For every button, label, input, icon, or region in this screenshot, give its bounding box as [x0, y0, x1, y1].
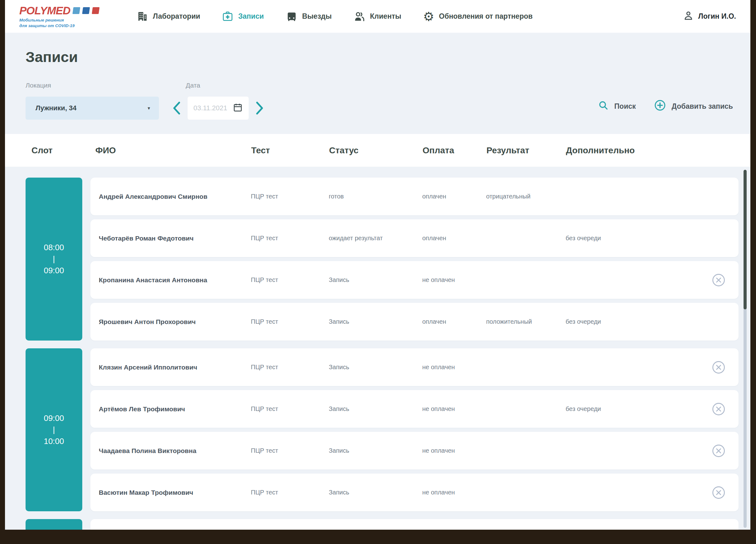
user-menu[interactable]: Логин И.О. — [683, 10, 736, 23]
cancel-appointment-button[interactable] — [709, 483, 728, 502]
nav-label: Лаборатории — [153, 12, 200, 21]
date-label: Дата — [173, 82, 264, 89]
nav-label: Выезды — [302, 12, 332, 21]
nav-label: Записи — [238, 12, 264, 21]
row-actions-cell — [709, 271, 734, 289]
patient-name-cell: Андрей Александрович Смирнов — [99, 193, 251, 200]
brand-name: POLYMED — [19, 4, 70, 17]
date-input[interactable]: 03.11.2021 — [188, 97, 249, 120]
test-cell: ПЦР тест — [251, 193, 329, 200]
search-label: Поиск — [614, 102, 636, 111]
column-header-extra: Дополнительно — [566, 146, 750, 155]
scrollbar-track[interactable] — [744, 170, 747, 528]
slot-group: 09:00 | 10:00Клязин Арсений ИпполитовичП… — [26, 348, 739, 511]
result-cell: отрицательный — [486, 193, 566, 200]
nav-label: Обновления от партнеров — [439, 12, 533, 21]
appointment-row[interactable]: Чаадаева Полина ВикторовнаПЦР тестЗапись… — [90, 432, 739, 470]
chevron-down-icon: ▼ — [147, 106, 151, 111]
nav-item-clients[interactable]: Клиенты — [353, 11, 401, 22]
location-select[interactable]: Лужники, 34 ▼ — [26, 97, 159, 120]
status-cell: Запись — [329, 447, 422, 454]
appointment-row[interactable] — [90, 519, 739, 530]
add-record-label: Добавить запись — [672, 102, 733, 111]
row-actions-cell — [709, 441, 734, 460]
column-header-slot: Слот — [31, 146, 95, 155]
next-day-button[interactable] — [256, 102, 264, 115]
logo-square-red — [92, 7, 100, 14]
search-button[interactable]: Поиск — [598, 100, 636, 113]
column-header-name: ФИО — [95, 146, 251, 155]
nav-item-partner-updates[interactable]: ⚙ Обновления от партнеров — [423, 10, 533, 23]
first-aid-kit-icon — [222, 11, 233, 22]
appointment-row[interactable]: Артёмов Лев ТрофимовичПЦР тестЗаписьне о… — [90, 390, 739, 428]
calendar-icon[interactable] — [233, 103, 243, 114]
cancel-appointment-button[interactable] — [709, 358, 728, 377]
brand-logo: POLYMED Мобильные решения для защиты от … — [19, 4, 99, 28]
nav-item-visits[interactable]: Выезды — [286, 11, 332, 22]
test-cell: ПЦР тест — [251, 405, 329, 413]
slot-rows: Клязин Арсений ИпполитовичПЦР тестЗапись… — [90, 348, 739, 511]
slot-group: 08:00 | 09:00Андрей Александрович Смирно… — [26, 178, 739, 341]
appointment-row[interactable]: Андрей Александрович СмирновПЦР тестгото… — [90, 178, 739, 215]
location-value: Лужники, 34 — [36, 104, 147, 112]
status-cell: Запись — [329, 489, 422, 496]
patient-name-cell: Кропанина Анастасия Антоновна — [99, 276, 251, 284]
person-icon — [683, 10, 694, 23]
circle-x-icon — [712, 486, 725, 499]
cancel-appointment-button[interactable] — [709, 441, 728, 460]
top-bar: POLYMED Мобильные решения для защиты от … — [5, 0, 750, 33]
patient-name-cell: Чеботарёв Роман Федотович — [99, 235, 251, 242]
car-icon — [286, 11, 298, 22]
extra-cell: без очереди — [566, 235, 709, 242]
column-header-payment: Оплата — [423, 146, 486, 155]
column-header-status: Статус — [329, 146, 423, 155]
user-name: Логин И.О. — [698, 12, 736, 21]
appointment-row[interactable]: Чеботарёв Роман ФедотовичПЦР тестожидает… — [90, 219, 739, 257]
app-window: POLYMED Мобильные решения для защиты от … — [5, 0, 750, 530]
building-icon — [136, 11, 148, 22]
payment-cell: оплачен — [422, 235, 486, 242]
test-cell: ПЦР тест — [251, 489, 329, 496]
cancel-appointment-button[interactable] — [709, 400, 728, 418]
people-icon — [353, 11, 365, 22]
patient-name-cell: Васютин Макар Трофимович — [99, 489, 251, 496]
cancel-appointment-button[interactable] — [709, 271, 728, 289]
prev-day-button[interactable] — [173, 102, 181, 115]
row-actions-cell — [709, 400, 734, 418]
payment-cell: не оплачен — [422, 489, 486, 496]
payment-cell: оплачен — [422, 193, 486, 200]
status-cell: ожидает результат — [329, 235, 422, 242]
time-slot-block: 09:00 | 10:00 — [26, 348, 82, 511]
nav-item-laboratories[interactable]: Лаборатории — [136, 11, 200, 22]
circle-x-icon — [712, 402, 725, 416]
main-nav: Лаборатории Записи Выезды Клиенты — [136, 10, 533, 23]
brand-tagline: Мобильные решения для защиты от COVID-19 — [19, 17, 99, 28]
column-header-test: Тест — [251, 146, 329, 155]
slot-group — [26, 519, 739, 530]
location-label: Локация — [26, 82, 159, 89]
status-cell: Запись — [329, 364, 422, 371]
status-cell: Запись — [329, 276, 422, 284]
appointment-row[interactable]: Васютин Макар ТрофимовичПЦР тестЗаписьне… — [90, 474, 739, 511]
date-value: 03.11.2021 — [194, 104, 227, 112]
test-cell: ПЦР тест — [251, 318, 329, 325]
extra-cell: без очереди — [566, 405, 709, 413]
time-slot-block: 08:00 | 09:00 — [26, 178, 82, 341]
test-cell: ПЦР тест — [251, 447, 329, 454]
result-cell: положительный — [486, 318, 566, 325]
appointment-row[interactable]: Кропанина Анастасия АнтоновнаПЦР тестЗап… — [90, 261, 739, 299]
extra-cell: без очереди — [566, 318, 709, 325]
scrollbar-thumb[interactable] — [744, 170, 747, 309]
nav-label: Клиенты — [370, 12, 401, 21]
add-record-button[interactable]: Добавить запись — [654, 99, 733, 113]
search-icon — [598, 100, 609, 113]
time-slot-block — [26, 519, 82, 530]
appointment-row[interactable]: Клязин Арсений ИпполитовичПЦР тестЗапись… — [90, 348, 739, 386]
nav-item-records[interactable]: Записи — [222, 11, 264, 22]
status-cell: Запись — [329, 318, 422, 325]
status-cell: Запись — [329, 405, 422, 413]
slot-rows: Андрей Александрович СмирновПЦР тестгото… — [90, 178, 739, 341]
logo-square-light-blue — [73, 7, 80, 14]
circle-x-icon — [712, 444, 725, 458]
appointment-row[interactable]: Ярошевич Антон ПрохоровичПЦР тестЗаписьо… — [90, 303, 739, 341]
